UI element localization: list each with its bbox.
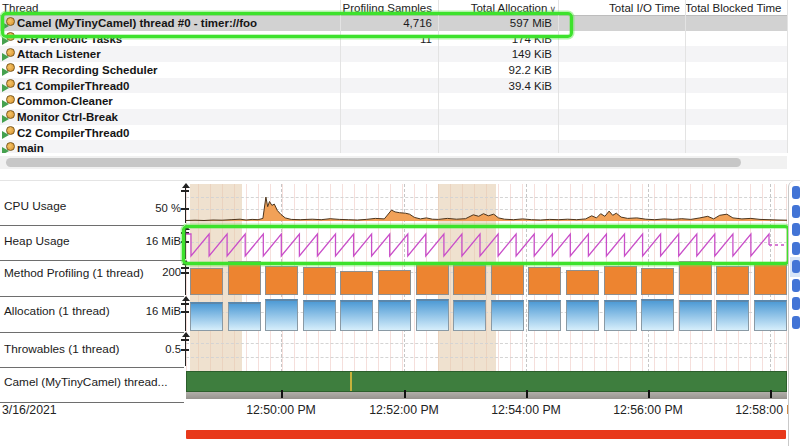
allocation-bar (453, 300, 486, 331)
row-separator (0, 260, 184, 261)
table-hscrollbar-thumb[interactable] (6, 158, 741, 167)
time-axis-tick (526, 390, 528, 398)
column-header-label: Thread (2, 2, 38, 14)
throwables-chart[interactable] (186, 332, 787, 367)
timeline-row-label: Allocation (1 thread) (4, 304, 110, 318)
thread-icon (2, 79, 15, 92)
row-reorder-pill[interactable] (792, 260, 800, 273)
method-profiling-bar (340, 271, 373, 295)
method-profiling-chart[interactable] (186, 261, 787, 296)
table-row[interactable]: JFR Periodic Tasks11174 KiB (0, 31, 787, 47)
allocation-bar (679, 300, 712, 331)
method-profiling-bar (228, 261, 261, 295)
row-reorder-pill[interactable] (792, 186, 800, 199)
row-separator (0, 367, 184, 368)
table-row[interactable]: JFR Recording Scheduler92.2 KiB (0, 62, 787, 78)
row-reorder-pill[interactable] (792, 297, 800, 310)
allocation-bar (754, 300, 787, 331)
thread-name: Common-Cleaner (17, 94, 113, 108)
selection-range-bar[interactable] (186, 430, 786, 439)
time-tick-label: 12:50:00 PM (246, 403, 316, 417)
allocation-chart[interactable] (186, 297, 787, 331)
profiler-window: Camel (MyTinyCamel) thread #0 - timer://… (0, 0, 800, 446)
method-profiling-bar (491, 264, 524, 295)
thread-name: Monitor Ctrl-Break (17, 110, 118, 124)
cpu-usage-chart[interactable] (186, 184, 787, 225)
time-axis-strip (186, 392, 787, 399)
row-reorder-pill[interactable] (792, 223, 800, 236)
profiling-samples-value: 11 (340, 32, 432, 46)
method-profiling-bar (378, 270, 411, 295)
allocation-bar (528, 300, 561, 331)
thread-name: main (17, 141, 44, 153)
timeline-row-label: Heap Usage (4, 234, 70, 248)
thread-state-circle-icon (6, 142, 15, 151)
table-row[interactable]: Common-Cleaner (0, 93, 787, 109)
threads-table: Camel (MyTinyCamel) thread #0 - timer://… (0, 0, 800, 170)
thread-icon (2, 17, 15, 30)
method-profiling-bar (641, 268, 674, 295)
timeline-row-label: Camel (MyTinyCamel) thread... (4, 375, 167, 389)
thread-icon (2, 48, 15, 61)
header-divider (0, 15, 787, 16)
thread-name: JFR Recording Scheduler (17, 63, 158, 77)
table-row[interactable]: Camel (MyTinyCamel) thread #0 - timer://… (0, 15, 787, 31)
allocation-bar (604, 300, 637, 331)
method-profiling-bar (716, 266, 749, 295)
thread-state-circle-icon (6, 95, 15, 104)
timeline-panel: CPU Usage50 %Heap Usage16 MiBMethod Prof… (0, 180, 800, 446)
total-allocation-value: 174 KiB (438, 32, 552, 46)
column-header-thread[interactable]: Thread (2, 1, 332, 15)
timeline-scale-label: 16 MiB (146, 234, 181, 248)
thread-name: Attach Listener (17, 47, 101, 61)
date-label: 3/16/2021 (2, 403, 57, 417)
column-header-total-allocation[interactable]: Total Allocation∨ (438, 1, 556, 15)
row-reorder-pill[interactable] (792, 205, 800, 218)
activity-marker-line (350, 372, 352, 391)
row-reorder-pill[interactable] (792, 242, 800, 255)
allocation-bar (491, 300, 524, 331)
row-options-strip (788, 181, 800, 446)
timeline-scale-label: 200 (162, 265, 181, 279)
time-axis-tick (404, 390, 406, 398)
column-header-total-blocked-time[interactable]: Total Blocked Time (685, 1, 781, 15)
thread-state-circle-icon (6, 110, 15, 119)
table-row[interactable]: Monitor Ctrl-Break (0, 109, 787, 125)
method-profiling-bar (265, 266, 298, 295)
thread-icon (2, 142, 15, 153)
column-separator (438, 0, 439, 153)
method-profiling-bar (416, 264, 449, 295)
timeline-row-label: Method Profiling (1 thread) (4, 266, 144, 280)
column-header-label: Profiling Samples (343, 2, 432, 14)
column-header-label: Total Allocation (471, 2, 548, 14)
table-row[interactable]: C2 CompilerThread0 (0, 125, 787, 141)
timeline-row-label: CPU Usage (4, 199, 66, 213)
thread-activity-bar[interactable] (186, 371, 787, 392)
table-row[interactable]: main (0, 140, 787, 153)
row-reorder-pill[interactable] (792, 279, 800, 292)
column-header-total-i-o-time[interactable]: Total I/O Time (558, 1, 680, 15)
allocation-bar (716, 300, 749, 331)
time-tick-label: 12:56:00 PM (613, 403, 683, 417)
thread-name: C2 CompilerThread0 (17, 126, 129, 140)
heap-usage-chart[interactable] (186, 226, 787, 260)
row-reorder-pill[interactable] (792, 316, 800, 329)
column-header-profiling-samples[interactable]: Profiling Samples (340, 1, 432, 15)
thread-icon (2, 63, 15, 76)
time-tick-label: 12:54:00 PM (491, 403, 561, 417)
row-separator (0, 225, 184, 226)
thread-state-circle-icon (6, 126, 15, 135)
timeline-scale-label: 0.5 (165, 342, 181, 356)
time-axis-tick (770, 390, 772, 398)
heap-sawtooth-line (186, 234, 769, 256)
sort-descending-icon: ∨ (549, 4, 556, 14)
column-header-label: Total I/O Time (609, 2, 680, 14)
method-profiling-bar (528, 267, 561, 295)
thread-state-circle-icon (6, 63, 15, 72)
table-row[interactable]: C1 CompilerThread039.4 KiB (0, 78, 787, 94)
timeline-scale-label: 50 % (155, 201, 181, 215)
profiling-samples-value: 4,716 (340, 16, 432, 30)
table-row[interactable]: Attach Listener149 KiB (0, 46, 787, 62)
method-profiling-bar (604, 266, 637, 295)
thread-name: C1 CompilerThread0 (17, 79, 129, 93)
